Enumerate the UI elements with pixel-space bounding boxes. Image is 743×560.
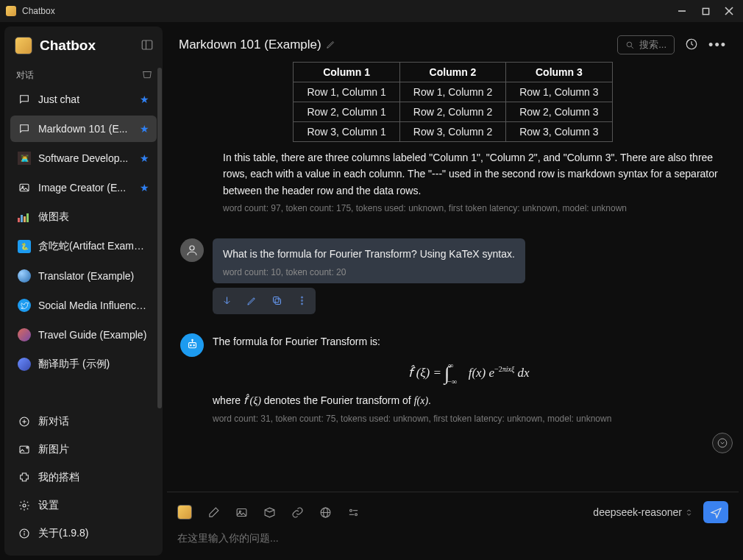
copy-message-button[interactable] — [266, 291, 288, 311]
message-more-button[interactable] — [291, 291, 313, 311]
svg-point-28 — [301, 303, 302, 305]
sidebar-item-translator[interactable]: Translator (Example) — [10, 263, 157, 289]
chat-icon — [18, 122, 31, 135]
plus-circle-icon — [18, 415, 31, 428]
settings-button[interactable]: 设置 — [10, 492, 157, 519]
attach-file-button[interactable] — [263, 506, 276, 519]
scroll-down-button[interactable] — [216, 291, 238, 311]
sidebar-section-label: 对话 — [16, 69, 34, 82]
bot-message-intro: The formula for Fourier Transform is: — [213, 333, 725, 350]
sidebar-item-label: 翻译助手 (示例) — [38, 358, 149, 371]
scroll-to-bottom-button[interactable] — [712, 433, 733, 453]
table-header: Column 3 — [506, 63, 612, 82]
sidebar-item-charts[interactable]: 做图表 — [10, 204, 157, 230]
edit-message-button[interactable] — [241, 291, 263, 311]
sidebar: Chatbox 对话 Just chat ★ Markdown 101 (E..… — [4, 26, 163, 556]
svg-point-27 — [301, 300, 302, 302]
svg-point-30 — [190, 345, 191, 346]
svg-point-22 — [190, 246, 194, 250]
sidebar-item-label: Just chat — [38, 93, 132, 105]
svg-point-26 — [301, 297, 302, 298]
translator-avatar-icon — [18, 269, 31, 283]
sidebar-item-snake[interactable]: 🐍 贪吃蛇(Artifact Example) — [10, 233, 157, 260]
star-icon: ★ — [140, 182, 149, 194]
user-message-text: What is the formula for Fourier Transfor… — [223, 246, 515, 262]
about-button[interactable]: 关于(1.9.8) — [10, 520, 157, 547]
table-header: Column 1 — [294, 63, 399, 82]
chat-area: Column 1 Column 2 Column 3 Row 1, Column… — [167, 62, 739, 492]
sidebar-item-social-media[interactable]: Social Media Influence... — [10, 292, 157, 319]
svg-rect-25 — [273, 297, 279, 303]
svg-point-40 — [349, 509, 352, 511]
eraser-button[interactable] — [207, 506, 220, 519]
new-image-button[interactable]: 新图片 — [10, 436, 157, 463]
chat-icon — [18, 93, 31, 106]
svg-line-20 — [631, 46, 633, 49]
svg-point-33 — [191, 339, 192, 340]
sidebar-scrollbar[interactable] — [157, 68, 162, 408]
star-icon: ★ — [140, 152, 149, 164]
more-menu-button[interactable]: ••• — [708, 38, 727, 53]
sidebar-item-travel-guide[interactable]: Travel Guide (Example) — [10, 322, 157, 348]
web-button[interactable] — [319, 506, 332, 519]
svg-rect-24 — [275, 299, 281, 305]
my-partners-button[interactable]: 我的搭档 — [10, 464, 157, 491]
link-button[interactable] — [291, 506, 304, 519]
info-icon — [18, 527, 31, 540]
sidebar-item-label: Travel Guide (Example) — [38, 329, 149, 341]
attach-image-button[interactable] — [235, 506, 248, 519]
translate-avatar-icon — [18, 358, 31, 371]
sidebar-item-label: 设置 — [38, 499, 149, 512]
search-icon — [625, 40, 635, 50]
message-input[interactable] — [176, 528, 730, 545]
formula-display: f̂ (ξ) = ∫−∞∞ f(x) e−2πixξ dx — [213, 360, 725, 382]
archive-icon[interactable] — [142, 69, 152, 82]
message-meta: word count: 31, token count: 75, tokens … — [213, 414, 725, 424]
svg-point-18 — [24, 531, 25, 532]
sidebar-item-label: 新对话 — [38, 415, 149, 428]
svg-point-34 — [718, 439, 727, 447]
svg-rect-4 — [142, 40, 152, 49]
bot-message-outro: where f̂ (ξ) denotes the Fourier transfo… — [213, 392, 725, 409]
history-button[interactable] — [685, 38, 698, 53]
sidebar-collapse-button[interactable] — [141, 38, 154, 54]
svg-point-42 — [355, 513, 357, 515]
page-title: Markdown 101 (Example) — [179, 38, 321, 52]
table-header: Column 2 — [399, 63, 505, 82]
snake-avatar-icon: 🐍 — [18, 240, 31, 253]
model-selector[interactable]: deepseek-reasoner — [593, 506, 693, 518]
composer: deepseek-reasoner — [167, 492, 739, 556]
edit-title-button[interactable] — [326, 39, 336, 52]
sidebar-item-translate-assistant[interactable]: 翻译助手 (示例) — [10, 351, 157, 378]
model-name: deepseek-reasoner — [593, 506, 682, 518]
star-icon: ★ — [140, 93, 149, 105]
search-input-container[interactable]: 搜索... — [617, 35, 675, 54]
new-chat-button[interactable]: 新对话 — [10, 408, 157, 435]
sidebar-item-markdown-101[interactable]: Markdown 101 (E... ★ — [10, 116, 157, 142]
sidebar-item-just-chat[interactable]: Just chat ★ — [10, 86, 157, 113]
message-toolbar — [213, 288, 316, 314]
chevron-up-down-icon — [685, 508, 693, 517]
window-minimize-button[interactable] — [677, 6, 687, 16]
sidebar-item-label: Translator (Example) — [38, 270, 149, 282]
titlebar: Chatbox — [0, 0, 743, 22]
sidebar-brand-title: Chatbox — [40, 38, 96, 54]
window-close-button[interactable] — [724, 6, 734, 16]
sidebar-item-software-dev[interactable]: 👨‍💻 Software Develop... ★ — [10, 145, 157, 171]
image-plus-icon — [18, 443, 31, 456]
settings-sliders-button[interactable] — [346, 506, 360, 519]
svg-point-15 — [23, 504, 26, 507]
sidebar-item-label: 做图表 — [38, 210, 149, 224]
sidebar-item-label: 贪吃蛇(Artifact Example) — [38, 240, 149, 253]
composer-logo-button[interactable] — [177, 505, 192, 520]
window-maximize-button[interactable] — [700, 6, 711, 16]
table-row: Row 3, Column 1Row 3, Column 2Row 3, Col… — [294, 122, 612, 142]
star-icon: ★ — [140, 123, 149, 135]
sidebar-item-label: Software Develop... — [38, 152, 132, 164]
send-button[interactable] — [703, 501, 728, 523]
sidebar-item-image-creator[interactable]: Image Creator (E... ★ — [10, 174, 157, 201]
developer-avatar-icon: 👨‍💻 — [18, 152, 31, 165]
svg-point-31 — [193, 345, 193, 346]
app-logo-small — [6, 6, 16, 16]
svg-rect-29 — [188, 343, 196, 348]
